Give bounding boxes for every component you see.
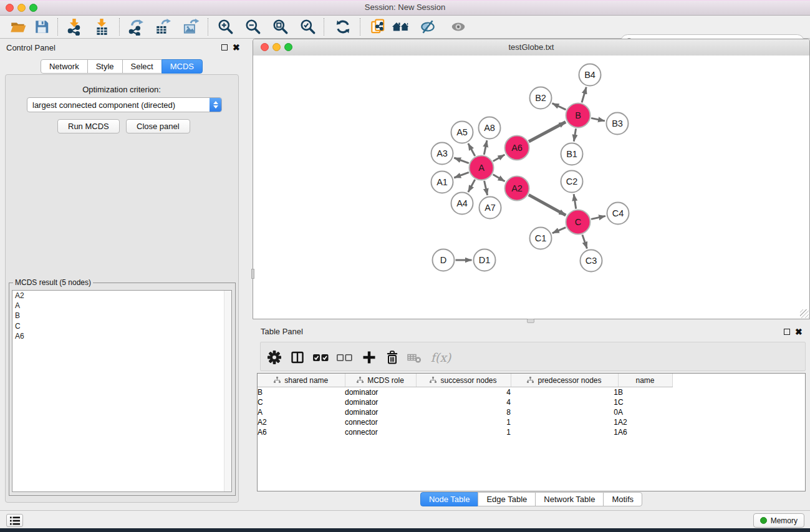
network-node-a[interactable]: A [470,156,494,180]
network-node-a4[interactable]: A4 [451,193,473,215]
tab-network[interactable]: Network [41,59,88,74]
zoom-fit-icon[interactable] [271,17,290,36]
memory-button[interactable]: Memory [753,513,804,528]
network-canvas[interactable]: AA6A2BCA5A8A3A1A4A7B4B2B3B1C2C4C1C3DD1 [253,56,809,319]
mcds-result-item[interactable]: A [12,301,231,311]
tab-style[interactable]: Style [87,59,123,74]
table-row[interactable]: A2connector11A2 [258,417,805,427]
optimization-criterion-select[interactable]: largest connected component (directed) [27,97,222,112]
resize-grip-icon[interactable] [800,309,809,318]
network-edge[interactable] [529,195,566,215]
network-node-b2[interactable]: B2 [530,87,552,109]
network-node-c2[interactable]: C2 [561,171,583,193]
function-builder-icon[interactable]: f(x) [429,349,453,366]
network-node-a2[interactable]: A2 [505,177,529,201]
network-node-c3[interactable]: C3 [581,250,602,272]
network-node-b3[interactable]: B3 [607,113,629,135]
add-column-icon[interactable] [360,349,378,366]
table-row[interactable]: Bdominator41B [258,387,805,398]
float-panel-icon[interactable] [221,44,228,51]
tab-edge-table[interactable]: Edge Table [478,492,536,506]
column-header-shared-name[interactable]: shared name [258,374,345,387]
network-edge[interactable] [485,181,488,195]
tab-motifs[interactable]: Motifs [603,492,642,506]
import-table-icon[interactable] [92,17,111,36]
network-edge[interactable] [582,235,587,248]
network-edge[interactable] [552,228,566,233]
table-row[interactable]: Adominator80A [258,407,805,417]
tab-select[interactable]: Select [122,59,162,74]
splitter-handle[interactable] [251,269,254,279]
column-layout-icon[interactable] [289,349,306,366]
run-mcds-button[interactable]: Run MCDS [57,119,120,133]
network-node-b1[interactable]: B1 [561,143,583,165]
network-edge[interactable] [582,87,586,103]
close-panel-icon[interactable]: ✖ [233,44,240,51]
network-edge[interactable] [574,194,576,208]
network-node-d[interactable]: D [433,249,455,271]
close-panel-button[interactable]: Close panel [126,119,190,133]
network-node-b4[interactable]: B4 [579,64,601,86]
deselect-all-icon[interactable] [336,349,354,366]
network-node-c[interactable]: C [566,210,591,235]
network-edge[interactable] [591,118,605,121]
mcds-result-item[interactable]: A2 [12,291,231,301]
refresh-icon[interactable] [334,17,352,36]
network-edge[interactable] [552,104,566,110]
network-node-c4[interactable]: C4 [607,203,629,225]
network-edge[interactable] [484,140,487,155]
network-node-a8[interactable]: A8 [479,117,501,139]
network-node-a3[interactable]: A3 [432,143,453,165]
column-header-mcds-role[interactable]: MCDS role [345,374,416,387]
network-node-a7[interactable]: A7 [480,197,501,219]
network-node-d1[interactable]: D1 [474,249,496,271]
close-table-panel-icon[interactable]: ✖ [795,329,803,335]
table-row[interactable]: Cdominator41C [258,397,805,407]
network-node-b[interactable]: B [566,104,591,128]
network-edge[interactable] [529,122,566,142]
network-edge[interactable] [591,216,605,219]
tab-network-table[interactable]: Network Table [535,492,604,506]
zoom-out-icon[interactable] [244,17,263,36]
save-session-icon[interactable] [32,17,51,36]
show-all-icon[interactable] [449,17,468,36]
export-image-icon[interactable] [181,17,200,36]
network-edge[interactable] [468,143,475,156]
network-window-titlebar[interactable]: testGlobe.txt [253,39,809,56]
settings-gear-icon[interactable] [266,349,283,366]
network-edge[interactable] [493,175,505,181]
network-edge[interactable] [574,128,576,142]
mcds-result-item[interactable]: A6 [12,331,231,341]
column-header-predecessor-nodes[interactable]: predecessor nodes [511,374,618,387]
export-table-icon[interactable] [153,17,172,36]
mcds-result-item[interactable]: B [12,311,231,321]
import-network-icon[interactable] [65,17,84,36]
task-history-button[interactable] [6,514,23,527]
open-session-icon[interactable] [9,17,27,36]
network-edge[interactable] [493,155,505,161]
horizontal-splitter-handle[interactable] [527,319,534,323]
zoom-selected-icon[interactable] [299,17,317,36]
tab-mcds[interactable]: MCDS [162,59,203,74]
float-table-panel-icon[interactable] [784,329,790,335]
home-icon[interactable] [392,17,410,36]
delete-table-icon[interactable] [405,349,423,366]
network-node-a5[interactable]: A5 [451,122,473,143]
export-network-icon[interactable] [127,17,145,36]
zoom-in-icon[interactable] [216,17,235,36]
mcds-result-list[interactable]: A2ABCA6 [12,290,232,492]
column-header-name[interactable]: name [618,374,672,387]
hide-selected-icon[interactable] [418,17,437,36]
duplicate-network-icon[interactable] [369,17,387,36]
select-all-icon[interactable] [312,349,330,366]
network-node-a6[interactable]: A6 [505,136,529,160]
column-header-successor-nodes[interactable]: successor nodes [416,374,511,387]
network-edge[interactable] [454,172,469,178]
tab-node-table[interactable]: Node Table [420,492,479,506]
delete-icon[interactable] [383,349,401,366]
scrollbar-track[interactable] [224,291,231,491]
mcds-result-item[interactable]: C [12,321,231,331]
table-row[interactable]: A6connector11A6 [258,427,805,437]
network-node-c1[interactable]: C1 [530,228,552,249]
network-edge[interactable] [454,158,469,163]
